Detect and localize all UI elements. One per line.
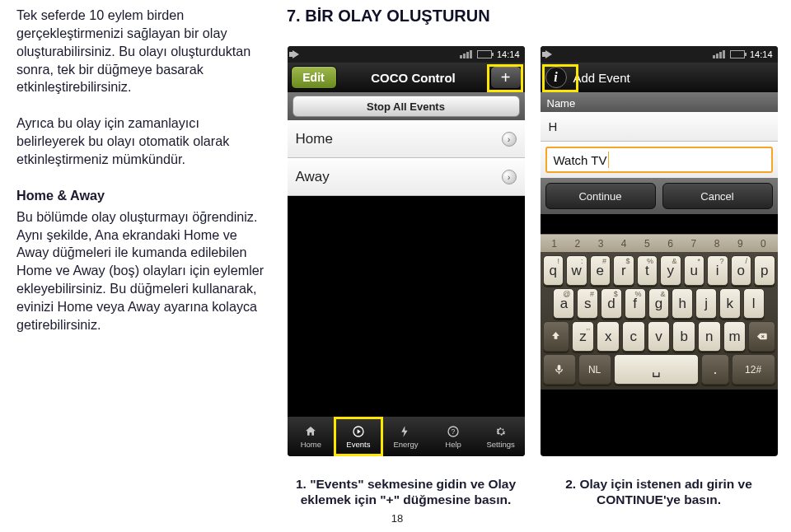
edit-button[interactable]: Edit: [291, 66, 337, 89]
tab-settings[interactable]: Settings: [477, 417, 525, 456]
key-i[interactable]: i?: [707, 255, 728, 286]
caption-1: 1. "Events" sekmesine gidin ve Olay ekle…: [287, 473, 525, 508]
subheading: Home & Away: [16, 187, 269, 205]
stop-all-events-button[interactable]: Stop All Events: [293, 96, 520, 117]
key-f[interactable]: f%: [625, 288, 646, 319]
period-key[interactable]: .: [701, 354, 729, 385]
key-l[interactable]: l: [743, 288, 765, 319]
key-t[interactable]: t%: [637, 255, 658, 286]
page-title: 7. BİR OLAY OLUŞTURUN: [287, 7, 778, 46]
page-number: 18: [16, 512, 778, 532]
mute-icon: [545, 50, 552, 58]
phone-screenshot-events: 14:14 Edit COCO Control + Stop All Event…: [288, 46, 525, 456]
mute-icon: [293, 50, 299, 58]
tab-home[interactable]: Home: [288, 417, 335, 456]
key-o[interactable]: o/: [731, 255, 752, 286]
event-label: Home: [296, 131, 333, 147]
key-a[interactable]: a@: [553, 288, 574, 319]
key-x[interactable]: x: [597, 321, 620, 352]
backspace-key[interactable]: [748, 321, 775, 352]
key-b[interactable]: b: [672, 321, 695, 352]
keyboard-num-strip: 12 34 56 78 90: [541, 234, 778, 252]
paragraph: Tek seferde 10 eylem birden gerçekleştir…: [16, 7, 269, 96]
screen-title: Add Event: [573, 71, 630, 85]
clock: 14:14: [497, 49, 520, 59]
body-text: Tek seferde 10 eylem birden gerçekleştir…: [16, 7, 272, 512]
key-q[interactable]: q!: [543, 255, 564, 286]
key-k[interactable]: k: [719, 288, 741, 319]
phone-screenshot-add-event: 14:14 i Add Event Name H Watch TV Contin…: [541, 46, 778, 456]
voice-key[interactable]: [543, 354, 576, 385]
continue-button[interactable]: Continue: [545, 183, 656, 209]
key-d[interactable]: d$: [601, 288, 622, 319]
key-v[interactable]: v: [648, 321, 671, 352]
info-icon[interactable]: i: [545, 67, 567, 88]
name-label: Name: [541, 92, 778, 112]
chevron-icon: ›: [502, 132, 517, 147]
key-n[interactable]: n: [698, 321, 721, 352]
key-u[interactable]: u*: [684, 255, 705, 286]
battery-icon: [477, 50, 492, 58]
key-j[interactable]: j: [695, 288, 717, 319]
paragraph: Ayrıca bu olay için zamanlayıcı belirley…: [16, 114, 269, 169]
key-g[interactable]: g&: [648, 288, 670, 319]
tab-energy[interactable]: Energy: [382, 417, 430, 456]
shift-key[interactable]: [543, 321, 569, 352]
symbols-key[interactable]: 12#: [732, 354, 775, 385]
caption-2: 2. Olay için istenen adı girin ve CONTIN…: [540, 473, 778, 508]
key-y[interactable]: y&: [660, 255, 681, 286]
key-c[interactable]: c: [622, 321, 645, 352]
add-event-button[interactable]: +: [490, 66, 522, 89]
key-z[interactable]: z,,: [572, 321, 595, 352]
battery-icon: [730, 50, 745, 58]
event-row-home[interactable]: Home ›: [288, 120, 525, 158]
lang-key[interactable]: NL: [578, 354, 611, 385]
signal-icon: [713, 50, 725, 58]
event-name-input[interactable]: Watch TV: [545, 147, 773, 173]
clock: 14:14: [750, 49, 773, 59]
chevron-icon: ›: [502, 170, 517, 184]
tab-help[interactable]: ? Help: [429, 417, 477, 456]
key-e[interactable]: e#: [590, 255, 611, 286]
tab-bar: Home Events Energy ? Help Settings: [288, 417, 525, 456]
paragraph: Bu bölümde olay oluşturmayı öğrendiniz. …: [16, 208, 269, 334]
event-label: Away: [296, 169, 330, 185]
keyboard: q!w:e#r$t%y&u*i?o/p a@s#d$f%g&hjkl z,,xc…: [541, 252, 778, 390]
key-w[interactable]: w:: [566, 255, 587, 286]
key-s[interactable]: s#: [577, 288, 598, 319]
app-title: COCO Control: [340, 71, 487, 85]
signal-icon: [460, 50, 472, 58]
space-key[interactable]: ␣: [614, 354, 699, 385]
cancel-button[interactable]: Cancel: [662, 183, 773, 209]
key-p[interactable]: p: [754, 255, 775, 286]
key-m[interactable]: m: [723, 321, 747, 352]
svg-text:?: ?: [452, 427, 456, 436]
tab-events[interactable]: Events: [335, 417, 382, 456]
event-row-away[interactable]: Away ›: [288, 158, 525, 196]
key-h[interactable]: h: [672, 288, 693, 319]
row-hint: H: [541, 112, 778, 142]
key-r[interactable]: r$: [613, 255, 634, 286]
